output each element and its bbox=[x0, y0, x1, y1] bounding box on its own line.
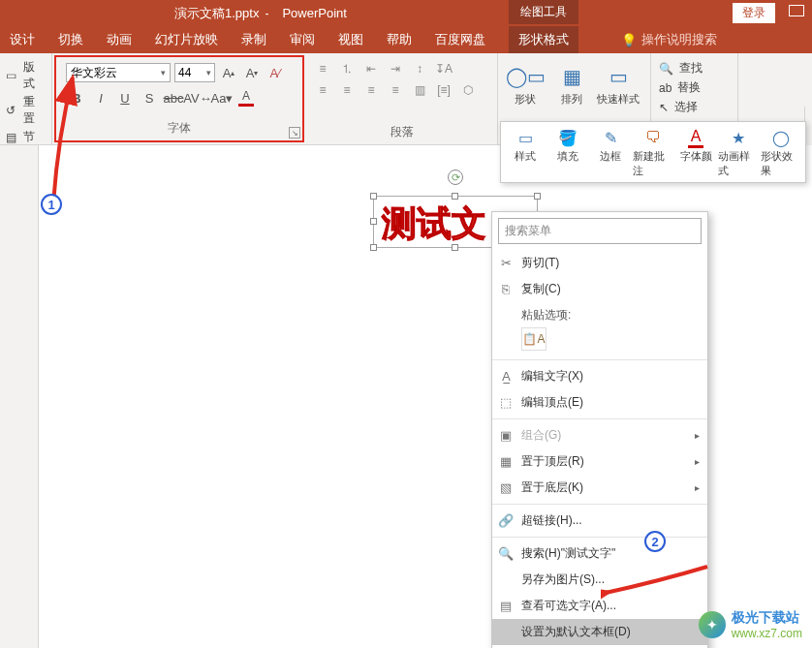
underline-button[interactable]: U bbox=[114, 88, 136, 108]
section-button[interactable]: ▤节 bbox=[6, 129, 46, 145]
tab-record[interactable]: 录制 bbox=[241, 31, 266, 48]
menu-send-back[interactable]: ▧置于底层(K)▸ bbox=[492, 475, 707, 501]
menu-group-label: 组合(G) bbox=[521, 427, 561, 444]
menu-bring-front-label: 置于顶层(R) bbox=[521, 453, 584, 470]
find-button[interactable]: 🔍查找 bbox=[659, 60, 730, 77]
columns-button[interactable]: ▥ bbox=[409, 80, 430, 100]
shrink-font-button[interactable]: A▾ bbox=[242, 63, 262, 82]
tab-review[interactable]: 审阅 bbox=[290, 31, 315, 48]
reset-icon: ↺ bbox=[6, 104, 19, 117]
link-icon: 🔗 bbox=[498, 513, 514, 528]
paste-keep-text-button[interactable]: 📋A bbox=[521, 327, 547, 351]
menu-copy[interactable]: ⎘复制(C) bbox=[492, 276, 707, 302]
reset-label: 重置 bbox=[23, 94, 46, 127]
mini-toolbar: ▭样式 🪣填充 ✎边框 🗨新建批注 A字体颜 ★动画样式 ◯形状效果 bbox=[500, 121, 806, 183]
tab-animation[interactable]: 动画 bbox=[107, 31, 132, 48]
align-left-button[interactable]: ≡ bbox=[312, 80, 333, 100]
menu-set-default-label: 设置为默认文本框(D) bbox=[521, 624, 631, 640]
file-name: 演示文稿1.pptx bbox=[174, 5, 259, 22]
align-center-button[interactable]: ≡ bbox=[336, 80, 358, 100]
resize-handle[interactable] bbox=[370, 193, 377, 200]
menu-cut[interactable]: ✂剪切(T) bbox=[492, 250, 707, 276]
send-back-icon: ▧ bbox=[498, 480, 514, 495]
tab-slideshow[interactable]: 幻灯片放映 bbox=[155, 31, 218, 48]
text-direction-button[interactable]: ↧A bbox=[433, 59, 454, 78]
reset-button[interactable]: ↺重置 bbox=[6, 94, 46, 127]
tab-baidu[interactable]: 百度网盘 bbox=[435, 31, 485, 48]
numbering-button[interactable]: ⒈ bbox=[336, 59, 358, 78]
italic-button[interactable]: I bbox=[90, 88, 111, 108]
drawing-tools-tab[interactable]: 绘图工具 bbox=[509, 0, 578, 24]
menu-search-input[interactable]: 搜索菜单 bbox=[498, 218, 702, 244]
font-name-select[interactable]: 华文彩云 ▾ bbox=[66, 63, 171, 82]
login-button[interactable]: 登录 bbox=[733, 3, 775, 23]
mini-comment-button[interactable]: 🗨新建批注 bbox=[633, 126, 673, 178]
tab-help[interactable]: 帮助 bbox=[387, 31, 412, 48]
mini-outline-button[interactable]: ✎边框 bbox=[590, 126, 631, 178]
menu-search-text[interactable]: 🔍搜索(H)"测试文字" bbox=[492, 540, 707, 567]
font-size-select[interactable]: 44 ▾ bbox=[174, 63, 215, 82]
mini-style-button[interactable]: ▭样式 bbox=[505, 126, 546, 178]
replace-button[interactable]: ab替换 bbox=[659, 79, 730, 96]
section-icon: ▤ bbox=[6, 131, 19, 144]
indent-dec-button[interactable]: ⇤ bbox=[360, 59, 382, 78]
resize-handle[interactable] bbox=[452, 244, 458, 251]
tab-transition[interactable]: 切换 bbox=[58, 31, 83, 48]
title-bar: 演示文稿1.pptx - PowerPoint 绘图工具 登录 bbox=[0, 0, 812, 26]
mini-font-color-button[interactable]: A字体颜 bbox=[675, 126, 716, 178]
select-button[interactable]: ↖选择 bbox=[659, 99, 730, 115]
shapes-button[interactable]: ◯▭形状 bbox=[504, 57, 547, 107]
layout-label: 版式 bbox=[23, 59, 46, 92]
shadow-button[interactable]: S bbox=[139, 88, 160, 108]
menu-hyperlink[interactable]: 🔗超链接(H)... bbox=[492, 508, 707, 534]
menu-edit-points[interactable]: ⬚编辑顶点(E) bbox=[492, 389, 707, 416]
justify-button[interactable]: ≡ bbox=[385, 80, 406, 100]
tell-me-label: 操作说明搜索 bbox=[641, 31, 717, 48]
arrange-button[interactable]: ▦排列 bbox=[550, 57, 593, 107]
change-case-button[interactable]: Aa▾ bbox=[211, 88, 233, 108]
mini-fill-button[interactable]: 🪣填充 bbox=[547, 126, 588, 178]
menu-set-default-textbox[interactable]: 设置为默认文本框(D) bbox=[492, 619, 707, 645]
bullets-button[interactable]: ≡ bbox=[312, 59, 333, 78]
mini-anim-style-button[interactable]: ★动画样式 bbox=[718, 126, 759, 178]
spacing-button[interactable]: AV↔ bbox=[187, 88, 208, 108]
slide-thumbnails[interactable] bbox=[0, 145, 39, 648]
chevron-right-icon: ▸ bbox=[695, 430, 700, 441]
tell-me[interactable]: 💡 操作说明搜索 bbox=[621, 31, 717, 48]
resize-handle[interactable] bbox=[370, 244, 377, 251]
line-spacing-button[interactable]: ↕ bbox=[409, 59, 430, 78]
resize-handle[interactable] bbox=[452, 193, 458, 200]
tab-shape-format[interactable]: 形状格式 bbox=[509, 26, 578, 53]
tab-view[interactable]: 视图 bbox=[338, 31, 363, 48]
align-text-button[interactable]: [≡] bbox=[433, 80, 454, 100]
menu-save-as-picture[interactable]: 另存为图片(S)... bbox=[492, 567, 707, 593]
resize-handle[interactable] bbox=[534, 193, 541, 200]
quick-styles-button[interactable]: ▭快速样式 bbox=[597, 57, 640, 107]
resize-handle[interactable] bbox=[370, 218, 377, 225]
indent-inc-button[interactable]: ⇥ bbox=[385, 59, 406, 78]
clear-format-button[interactable]: A⁄ bbox=[265, 63, 285, 82]
ribbon-tabs: 设计 切换 动画 幻灯片放映 录制 审阅 视图 帮助 百度网盘 形状格式 💡 操… bbox=[0, 26, 812, 53]
menu-bring-front[interactable]: ▦置于顶层(R)▸ bbox=[492, 448, 707, 475]
menu-separator bbox=[492, 537, 707, 538]
quick-styles-label: 快速样式 bbox=[597, 92, 640, 107]
align-right-button[interactable]: ≡ bbox=[360, 80, 382, 100]
paste-options-row: 📋A bbox=[492, 325, 707, 356]
strike-button[interactable]: abc bbox=[163, 88, 184, 108]
font-dialog-launcher[interactable]: ↘ bbox=[289, 127, 300, 139]
tab-design[interactable]: 设计 bbox=[10, 31, 35, 48]
mini-shape-effect-button[interactable]: ◯形状效果 bbox=[761, 126, 801, 178]
grow-font-button[interactable]: A▴ bbox=[219, 63, 238, 82]
rotate-handle[interactable]: ⟳ bbox=[448, 170, 463, 185]
edit-text-icon: A̲ bbox=[498, 369, 514, 384]
restore-window-icon[interactable] bbox=[789, 5, 804, 16]
layout-button[interactable]: ▭版式 bbox=[6, 59, 46, 92]
select-label: 选择 bbox=[674, 99, 698, 115]
arrange-label: 排列 bbox=[561, 92, 582, 107]
font-color-button[interactable]: A bbox=[235, 88, 257, 108]
menu-edit-text[interactable]: A̲编辑文字(X) bbox=[492, 363, 707, 389]
menu-alt-text[interactable]: ▤查看可选文字(A)... bbox=[492, 593, 707, 619]
menu-separator bbox=[492, 418, 707, 419]
bold-button[interactable]: B bbox=[66, 88, 87, 108]
smartart-button[interactable]: ⬡ bbox=[457, 80, 479, 100]
